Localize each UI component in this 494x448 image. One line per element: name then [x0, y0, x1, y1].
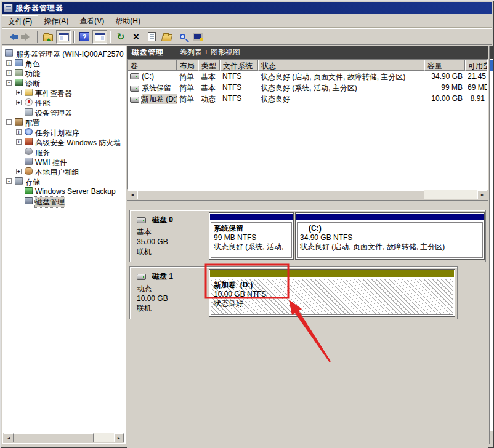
partition-size: 99 MB NTFS [214, 233, 289, 242]
volume-layout: 简单 [177, 71, 198, 82]
partition-system-reserved[interactable]: 系统保留 99 MB NTFS 状态良好 (系统, 活动, [209, 212, 294, 260]
menu-action[interactable]: 操作(A) [38, 15, 74, 26]
find-button[interactable] [175, 30, 190, 44]
scrollbar-thumb[interactable] [137, 190, 424, 199]
sidebar-item-configuration[interactable]: - 配置 [2, 118, 125, 127]
scroll-right-button[interactable]: ► [114, 433, 124, 442]
sidebar-item-windows-server-backup[interactable]: Windows Server Backup [2, 186, 125, 196]
up-folder-icon [43, 34, 53, 41]
sidebar-item-performance[interactable]: + 性能 [2, 98, 125, 108]
sidebar-item-firewall[interactable]: + 高级安全 Windows 防火墙 [2, 137, 125, 147]
partition-name: 系统保留 [214, 224, 289, 233]
sidebar-item-task-scheduler[interactable]: + 任务计划程序 [2, 127, 125, 137]
expand-icon[interactable]: + [6, 60, 12, 66]
help-button[interactable]: ? [77, 30, 92, 44]
expand-icon[interactable]: + [6, 70, 12, 76]
collapse-icon[interactable]: - [6, 178, 12, 184]
primary-partition-bar [210, 214, 293, 220]
expand-icon[interactable]: + [16, 169, 22, 174]
action-pane-icon [95, 33, 105, 41]
sidebar-item-roles[interactable]: + 角色 [2, 58, 125, 68]
volume-free-space: 21.45 [465, 71, 487, 82]
column-header-filesystem[interactable]: 文件系统 [220, 60, 258, 71]
sidebar-item-wmi-control[interactable]: WMI 控件 [2, 157, 125, 167]
sidebar-item-device-manager[interactable]: 设备管理器 [2, 108, 125, 118]
volume-layout: 简单 [177, 82, 198, 93]
volume-list-header: 卷 布局 类型 文件系统 状态 容量 可用空 [128, 60, 487, 71]
volume-name: (C:) [142, 72, 154, 81]
delete-button[interactable]: × [129, 30, 144, 44]
menu-view[interactable]: 查看(V) [74, 15, 110, 26]
back-button[interactable] [4, 30, 19, 44]
tree-horizontal-scrollbar[interactable]: ◄ ► [3, 433, 124, 443]
sidebar-item-storage[interactable]: - 存储 [2, 177, 125, 186]
scrollbar-thumb[interactable] [14, 433, 94, 442]
disk-0-label[interactable]: 磁盘 0 基本 35.00 GB 联机 [131, 211, 208, 261]
manage-button[interactable] [190, 30, 205, 44]
volume-status: 状态良好 [258, 93, 424, 104]
disk-1-label[interactable]: 磁盘 1 动态 10.00 GB 联机 [131, 268, 208, 318]
server-manager-window: 服务器管理器 文件(F) 操作(A) 查看(V) 帮助(H) ? ↻ × 服务器… [0, 0, 494, 448]
title-bar[interactable]: 服务器管理器 [2, 2, 492, 14]
services-icon [25, 148, 33, 155]
column-header-capacity[interactable]: 容量 [424, 60, 465, 71]
menu-file[interactable]: 文件(F) [2, 15, 38, 26]
volume-row-system-reserved[interactable]: 系统保留 简单 基本 NTFS 状态良好 (系统, 活动, 主分区) 99 MB… [128, 82, 487, 93]
device-manager-icon [25, 108, 33, 116]
properties-button[interactable] [144, 30, 159, 44]
expand-icon[interactable]: + [16, 139, 22, 145]
volume-row-new-volume-d[interactable]: 新加卷 (D:) 简单 动态 NTFS 状态良好 10.00 GB 8.91 [128, 93, 487, 104]
scroll-left-button[interactable]: ◄ [4, 433, 14, 442]
sidebar-item-diagnostics[interactable]: - 诊断 [2, 78, 125, 88]
volume-row-c[interactable]: (C:) 简单 基本 NTFS 状态良好 (启动, 页面文件, 故障转储, 主分… [128, 71, 487, 82]
up-folder-button[interactable] [41, 30, 55, 44]
forward-button[interactable] [20, 30, 34, 44]
volume-new-volume-d[interactable]: 新加卷 (D:) 10.00 GB NTFS 状态良好 [209, 269, 455, 317]
diagnostics-icon [15, 79, 23, 86]
expand-icon[interactable]: + [16, 90, 22, 95]
roles-icon [15, 59, 23, 66]
column-header-layout[interactable]: 布局 [177, 60, 198, 71]
column-header-volume[interactable]: 卷 [128, 60, 177, 71]
menu-bar: 文件(F) 操作(A) 查看(V) 帮助(H) [2, 14, 492, 28]
collapse-icon[interactable]: - [6, 80, 12, 86]
forward-icon [25, 33, 33, 41]
expand-icon[interactable]: + [16, 129, 22, 135]
refresh-button[interactable]: ↻ [113, 30, 128, 44]
volume-layout: 简单 [177, 93, 198, 104]
volume-capacity: 10.00 GB [424, 93, 465, 104]
volume-size: 10.00 GB NTFS [214, 290, 450, 299]
show-console-tree-button[interactable] [56, 30, 71, 44]
users-icon [25, 167, 33, 175]
volume-name: 系统保留 [142, 83, 171, 93]
column-header-status[interactable]: 状态 [258, 60, 424, 71]
sidebar-item-features[interactable]: + 功能 [2, 68, 125, 78]
sidebar-item-local-users-groups[interactable]: + 本地用户和组 [2, 167, 125, 177]
scroll-right-button[interactable]: ► [477, 190, 487, 199]
partition-c[interactable]: (C:) 34.90 GB NTFS 状态良好 (启动, 页面文件, 故障转储,… [295, 212, 485, 260]
column-header-type[interactable]: 类型 [198, 60, 220, 71]
column-header-free-space[interactable]: 可用空 [465, 60, 487, 71]
volume-filesystem: NTFS [220, 93, 258, 104]
show-action-pane-button[interactable] [92, 30, 107, 44]
open-folder-icon [161, 34, 172, 41]
expand-icon[interactable]: + [16, 100, 22, 105]
sidebar-item-disk-management[interactable]: 磁盘管理 [2, 196, 125, 206]
sidebar-item-event-viewer[interactable]: + 事件查看器 [2, 88, 125, 98]
volume-status: 状态良好 (启动, 页面文件, 故障转储, 主分区) [258, 71, 424, 82]
volume-capacity: 34.90 GB [424, 71, 465, 82]
refresh-icon: ↻ [117, 32, 125, 41]
partition-size: 34.90 GB NTFS [300, 233, 480, 242]
collapse-icon[interactable]: - [6, 119, 12, 125]
disk-management-icon [25, 197, 33, 204]
disk-name: 磁盘 0 [152, 215, 173, 225]
sidebar-item-services[interactable]: 服务 [2, 147, 125, 157]
window-title: 服务器管理器 [15, 3, 63, 14]
partition-status: 状态良好 (启动, 页面文件, 故障转储, 主分区) [300, 242, 480, 252]
volume-list-horizontal-scrollbar[interactable]: ◄ ► [127, 190, 488, 200]
disk-status: 联机 [137, 303, 208, 313]
scroll-left-button[interactable]: ◄ [128, 190, 137, 199]
menu-help[interactable]: 帮助(H) [110, 15, 146, 26]
open-folder-button[interactable] [160, 30, 174, 44]
tree-root-server-manager[interactable]: 服务器管理器 (WIN-IQ00AF2570 [2, 49, 125, 58]
